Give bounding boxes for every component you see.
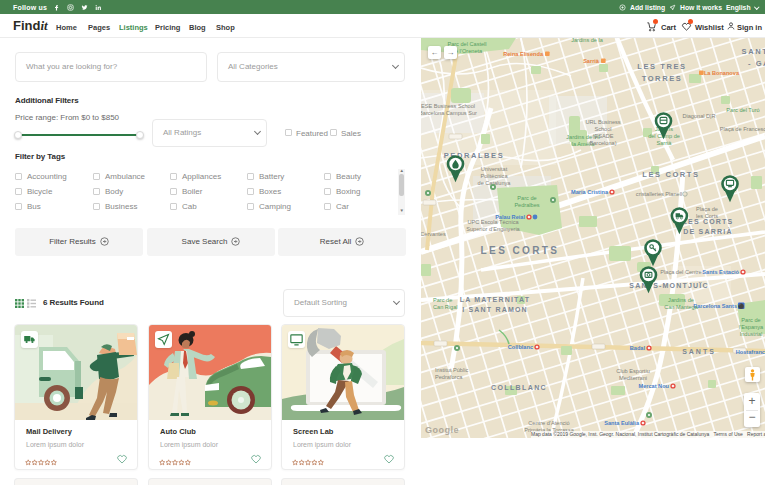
svg-text:Centre d’Atenció: Centre d’Atenció xyxy=(528,420,569,426)
svg-text:SANT: SANT xyxy=(742,47,765,56)
svg-text:Plaça del Centre: Plaça del Centre xyxy=(660,269,701,275)
svg-text:Diagonal D|R: Diagonal D|R xyxy=(682,113,715,119)
svg-text:Barcelona Sants: Barcelona Sants xyxy=(693,303,737,309)
svg-text:Mercat Nou: Mercat Nou xyxy=(639,383,670,389)
svg-text:Hostafranc: Hostafranc xyxy=(736,349,765,355)
svg-text:Barcelona): Barcelona) xyxy=(589,140,616,146)
svg-text:School: School xyxy=(594,126,611,132)
svg-text:LES CORTS: LES CORTS xyxy=(683,218,734,225)
svg-text:Mediterrani: Mediterrani xyxy=(619,375,647,381)
svg-text:l’Espanya: l’Espanya xyxy=(739,324,764,330)
svg-text:URL Business: URL Business xyxy=(585,119,620,125)
svg-text:TORRES: TORRES xyxy=(642,74,683,83)
svg-text:I SANT RAMON: I SANT RAMON xyxy=(462,306,528,313)
svg-text:Can Mantega: Can Mantega xyxy=(664,304,698,310)
svg-text:Jardins de la: Jardins de la xyxy=(571,38,604,43)
svg-text:La Bonanova: La Bonanova xyxy=(704,70,740,76)
svg-text:Universitat: Universitat xyxy=(481,166,508,172)
svg-text:DE SARRIÀ: DE SARRIÀ xyxy=(683,227,732,235)
svg-text:Maria Cristina: Maria Cristina xyxy=(571,189,609,195)
svg-text:Jardins de: Jardins de xyxy=(668,297,694,303)
svg-text:Santa Eulàlia: Santa Eulàlia xyxy=(604,420,640,426)
svg-text:Sarrià: Sarrià xyxy=(657,140,673,146)
svg-text:Reina Elisenda: Reina Elisenda xyxy=(503,51,544,57)
svg-text:Politècnica: Politècnica xyxy=(480,173,508,179)
svg-text:Sarrià: Sarrià xyxy=(583,58,600,64)
svg-text:Club Esportiu: Club Esportiu xyxy=(616,368,650,374)
svg-text:Badal: Badal xyxy=(630,345,646,351)
svg-text:ESE Business School: ESE Business School xyxy=(421,103,475,109)
svg-text:Plaça de: Plaça de xyxy=(696,206,718,212)
svg-text:Parc de: Parc de xyxy=(433,297,452,303)
svg-text:COLLBLANC: COLLBLANC xyxy=(491,384,547,391)
svg-text:Parc de: Parc de xyxy=(741,317,760,323)
svg-text:UPC Escola Tècnica: UPC Escola Tècnica xyxy=(467,219,519,225)
svg-text:Pedralbes: Pedralbes xyxy=(514,202,539,208)
svg-text:Institut Públic: Institut Públic xyxy=(435,367,468,373)
svg-text:Superior d’Enginyeria: Superior d’Enginyeria xyxy=(466,226,520,232)
svg-text:Plaça de Francesc: Plaça de Francesc xyxy=(720,126,765,132)
svg-text:cristalleries Planell: cristalleries Planell xyxy=(636,191,682,197)
svg-text:Pedraforca: Pedraforca xyxy=(435,374,463,380)
svg-text:Parc del Turó: Parc del Turó xyxy=(726,107,759,113)
svg-text:Industrial: Industrial xyxy=(740,331,763,337)
svg-text:Can Rigal: Can Rigal xyxy=(433,304,458,310)
svg-text:LES CORTS: LES CORTS xyxy=(481,245,560,256)
svg-text:(ESADE: (ESADE xyxy=(593,133,614,139)
svg-text:Cervantes: Cervantes xyxy=(421,231,446,237)
svg-text:SANTS-MONTJUÏC: SANTS-MONTJUÏC xyxy=(629,282,708,289)
svg-text:les Corts: les Corts xyxy=(696,213,718,219)
svg-text:LES TRES: LES TRES xyxy=(637,62,686,71)
svg-text:LES CORTS: LES CORTS xyxy=(642,170,699,179)
svg-text:Collblanc: Collblanc xyxy=(508,344,533,350)
svg-text:Parc de: Parc de xyxy=(517,195,536,201)
svg-text:SANTS: SANTS xyxy=(682,348,716,355)
svg-text:⚫: ⚫ xyxy=(738,303,745,310)
svg-text:Barcelona Campus Sur: Barcelona Campus Sur xyxy=(421,110,477,116)
svg-text:LA MATERNITAT: LA MATERNITAT xyxy=(460,296,531,303)
svg-text:- GA: - GA xyxy=(748,59,765,68)
svg-text:Sants Estació: Sants Estació xyxy=(702,269,739,275)
